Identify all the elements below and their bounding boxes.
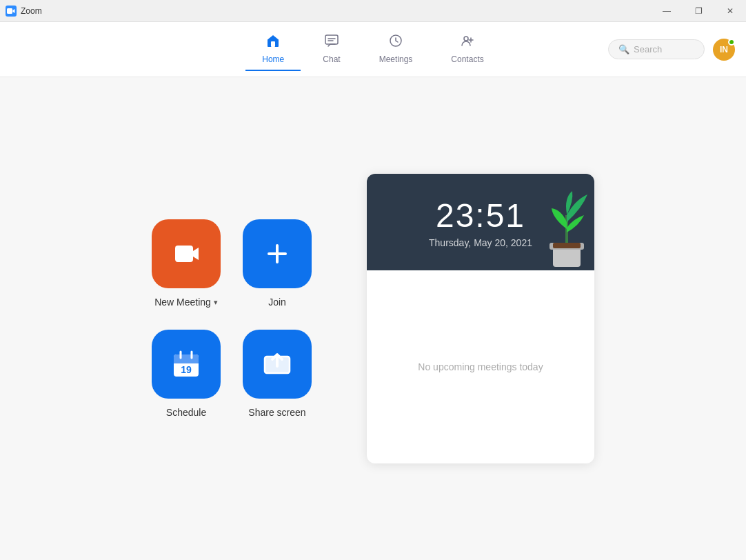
home-icon (265, 33, 281, 52)
calendar-icon: 19 (170, 348, 202, 380)
clock-text-area: 23:51 Thursday, May 20, 2021 (429, 197, 532, 248)
new-meeting-item: New Meeting ▾ (152, 219, 221, 308)
window-controls: — ❐ ✕ (651, 0, 746, 22)
join-label: Join (268, 297, 286, 308)
online-status-badge (728, 39, 735, 46)
share-screen-item: Share screen (243, 330, 312, 418)
chat-icon (324, 33, 339, 52)
restore-button[interactable]: ❐ (683, 0, 714, 22)
clock-panel: 23:51 Thursday, May 20, 2021 (367, 174, 594, 463)
app-title: Zoom (21, 6, 42, 16)
header-right: 🔍 Search IN (608, 39, 735, 61)
tab-home[interactable]: Home (245, 28, 301, 71)
new-meeting-label: New Meeting (154, 297, 211, 308)
share-screen-label-area: Share screen (248, 407, 305, 418)
nav-tabs: Home Chat Meetings (245, 28, 500, 71)
share-screen-label: Share screen (248, 407, 305, 418)
plant-decoration (539, 181, 594, 270)
join-label-area: Join (268, 297, 286, 308)
join-item: Join (243, 219, 312, 308)
titlebar: Zoom — ❐ ✕ (0, 0, 746, 22)
actions-grid: New Meeting ▾ Join (152, 219, 312, 418)
tab-chat[interactable]: Chat (306, 28, 356, 71)
share-screen-icon (261, 348, 293, 380)
video-camera-icon (170, 237, 203, 270)
svg-rect-2 (325, 35, 338, 44)
tab-meetings-label: Meetings (379, 54, 413, 64)
clock-date: Thursday, May 20, 2021 (429, 237, 532, 248)
search-placeholder-text: Search (634, 44, 662, 54)
clock-body: No upcoming meetings today (367, 270, 594, 463)
avatar[interactable]: IN (713, 39, 735, 61)
tab-contacts-label: Contacts (451, 54, 483, 64)
join-button[interactable] (243, 219, 312, 288)
tab-contacts[interactable]: Contacts (434, 28, 500, 71)
contacts-icon (460, 33, 475, 52)
avatar-initials: IN (720, 45, 728, 54)
search-icon: 🔍 (618, 44, 629, 54)
header: Home Chat Meetings (0, 22, 746, 77)
svg-rect-1 (271, 41, 275, 47)
schedule-button[interactable]: 19 (152, 330, 221, 399)
schedule-item: 19 Schedule (152, 330, 221, 418)
app-logo: Zoom (6, 6, 42, 17)
new-meeting-dropdown-icon[interactable]: ▾ (214, 298, 218, 307)
no-meetings-text: No upcoming meetings today (418, 361, 543, 372)
share-screen-button[interactable] (243, 330, 312, 399)
clock-header: 23:51 Thursday, May 20, 2021 (367, 174, 594, 270)
plus-icon (262, 239, 292, 269)
meetings-icon (388, 33, 403, 52)
tab-chat-label: Chat (323, 54, 340, 64)
new-meeting-button[interactable] (152, 219, 221, 288)
search-box[interactable]: 🔍 Search (608, 39, 705, 59)
minimize-button[interactable]: — (651, 0, 683, 22)
main-content: New Meeting ▾ Join (0, 77, 746, 560)
zoom-logo-icon (6, 6, 17, 17)
close-button[interactable]: ✕ (714, 0, 746, 22)
schedule-label-area: Schedule (166, 407, 206, 418)
clock-time: 23:51 (436, 197, 525, 234)
new-meeting-label-area: New Meeting ▾ (154, 297, 218, 308)
svg-rect-19 (553, 243, 581, 248)
tab-meetings[interactable]: Meetings (363, 28, 430, 71)
svg-point-6 (464, 37, 468, 41)
schedule-label: Schedule (166, 407, 206, 418)
tab-home-label: Home (262, 54, 284, 64)
svg-text:19: 19 (181, 364, 192, 375)
svg-rect-11 (174, 360, 199, 363)
